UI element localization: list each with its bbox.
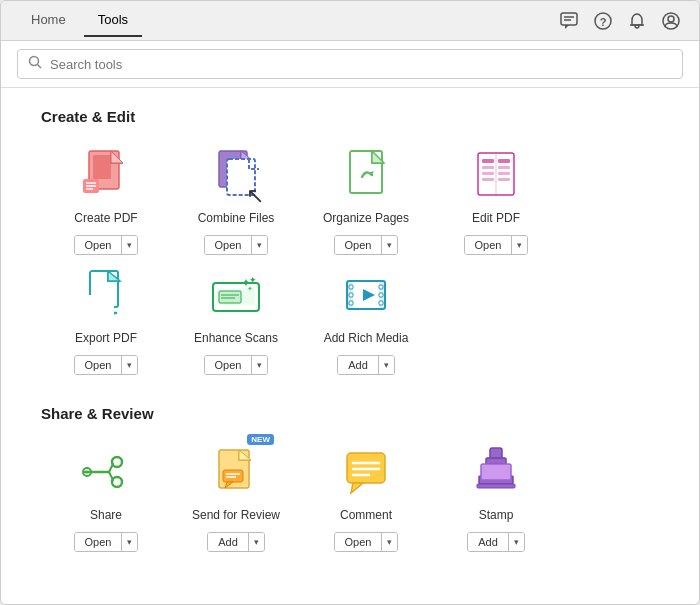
- send-for-review-label: Send for Review: [192, 508, 280, 522]
- main-content: Create & Edit: [1, 88, 699, 604]
- share-button-group: Open ▾: [74, 532, 139, 552]
- tool-stamp: Stamp Add ▾: [431, 442, 561, 552]
- app-window: Home Tools ?: [0, 0, 700, 605]
- organize-pages-dropdown-btn[interactable]: ▾: [381, 236, 397, 254]
- search-input[interactable]: [50, 57, 672, 72]
- svg-text:✦: ✦: [247, 285, 253, 292]
- svg-text:✦: ✦: [249, 275, 257, 285]
- chat-icon[interactable]: [557, 9, 581, 33]
- share-icon: [76, 442, 136, 502]
- svg-rect-49: [349, 293, 353, 297]
- edit-pdf-dropdown-btn[interactable]: ▾: [511, 236, 527, 254]
- edit-pdf-open-btn[interactable]: Open: [465, 236, 512, 254]
- comment-dropdown-btn[interactable]: ▾: [381, 533, 397, 551]
- export-pdf-button-group: Open ▾: [74, 355, 139, 375]
- create-pdf-dropdown-btn[interactable]: ▾: [121, 236, 137, 254]
- tool-comment: Comment Open ▾: [301, 442, 431, 552]
- comment-icon: [336, 442, 396, 502]
- enhance-scans-icon: ✦ ✦ ✦: [206, 265, 266, 325]
- nav-tabs: Home Tools: [17, 4, 142, 37]
- tab-tools[interactable]: Tools: [84, 4, 142, 37]
- profile-icon[interactable]: [659, 9, 683, 33]
- create-pdf-label: Create PDF: [74, 211, 137, 225]
- send-for-review-dropdown-btn[interactable]: ▾: [248, 533, 264, 551]
- svg-rect-26: [482, 166, 494, 169]
- svg-line-58: [109, 464, 113, 472]
- svg-text:?: ?: [600, 15, 607, 27]
- add-rich-media-add-btn[interactable]: Add: [338, 356, 378, 374]
- organize-pages-open-btn[interactable]: Open: [335, 236, 382, 254]
- svg-rect-31: [498, 172, 510, 175]
- svg-rect-42: [219, 291, 241, 303]
- export-pdf-icon: [76, 265, 136, 325]
- tool-grid-share-review: Share Open ▾: [41, 442, 659, 552]
- export-pdf-label: Export PDF: [75, 331, 137, 345]
- svg-point-8: [668, 16, 674, 22]
- section-share-review: Share & Review: [41, 405, 659, 552]
- svg-rect-79: [481, 464, 511, 480]
- tool-send-for-review: NEW Send for Review Add ▾: [171, 442, 301, 552]
- edit-pdf-label: Edit PDF: [472, 211, 520, 225]
- share-open-btn[interactable]: Open: [75, 533, 122, 551]
- svg-rect-67: [223, 470, 243, 482]
- combine-files-label: Combine Files: [198, 211, 275, 225]
- nav-icons: ?: [557, 9, 683, 33]
- combine-files-dropdown-btn[interactable]: ▾: [251, 236, 267, 254]
- svg-rect-77: [486, 458, 506, 464]
- tool-enhance-scans: ✦ ✦ ✦ Enhance Scans Open ▾: [171, 265, 301, 375]
- tool-add-rich-media: Add Rich Media Add ▾: [301, 265, 431, 375]
- organize-pages-icon: [336, 145, 396, 205]
- organize-pages-label: Organize Pages: [323, 211, 409, 225]
- add-rich-media-dropdown-btn[interactable]: ▾: [378, 356, 394, 374]
- svg-rect-25: [482, 159, 494, 163]
- export-pdf-open-btn[interactable]: Open: [75, 356, 122, 374]
- combine-files-button-group: Open ▾: [204, 235, 269, 255]
- svg-rect-0: [561, 13, 577, 25]
- svg-rect-32: [498, 178, 510, 181]
- tool-share: Share Open ▾: [41, 442, 171, 552]
- send-for-review-icon: NEW: [206, 442, 266, 502]
- share-dropdown-btn[interactable]: ▾: [121, 533, 137, 551]
- svg-rect-28: [482, 178, 494, 181]
- section-title-create-edit: Create & Edit: [41, 108, 659, 125]
- svg-point-9: [30, 57, 39, 66]
- combine-files-icon: ↖: [206, 145, 266, 205]
- svg-line-10: [38, 65, 42, 69]
- add-rich-media-label: Add Rich Media: [324, 331, 409, 345]
- create-pdf-open-btn[interactable]: Open: [75, 236, 122, 254]
- notification-icon[interactable]: [625, 9, 649, 33]
- enhance-scans-dropdown-btn[interactable]: ▾: [251, 356, 267, 374]
- combine-files-open-btn[interactable]: Open: [205, 236, 252, 254]
- add-rich-media-button-group: Add ▾: [337, 355, 395, 375]
- svg-point-61: [86, 471, 89, 474]
- export-pdf-dropdown-btn[interactable]: ▾: [121, 356, 137, 374]
- tool-organize-pages: Organize Pages Open ▾: [301, 145, 431, 255]
- tool-combine-files: ↖ Combine Files Open ▾: [171, 145, 301, 255]
- svg-rect-12: [93, 155, 111, 179]
- comment-label: Comment: [340, 508, 392, 522]
- stamp-dropdown-btn[interactable]: ▾: [508, 533, 524, 551]
- svg-rect-51: [379, 285, 383, 289]
- stamp-button-group: Add ▾: [467, 532, 525, 552]
- svg-rect-29: [498, 159, 510, 163]
- edit-pdf-icon: [466, 145, 526, 205]
- tool-grid-create-edit: Create PDF Open ▾: [41, 145, 659, 375]
- enhance-scans-open-btn[interactable]: Open: [205, 356, 252, 374]
- create-pdf-button-group: Open ▾: [74, 235, 139, 255]
- send-for-review-add-btn[interactable]: Add: [208, 533, 248, 551]
- tool-edit-pdf: Edit PDF Open ▾: [431, 145, 561, 255]
- create-pdf-icon: [76, 145, 136, 205]
- section-create-edit: Create & Edit: [41, 108, 659, 375]
- comment-open-btn[interactable]: Open: [335, 533, 382, 551]
- svg-line-59: [109, 472, 113, 480]
- stamp-add-btn[interactable]: Add: [468, 533, 508, 551]
- svg-rect-48: [349, 285, 353, 289]
- help-icon[interactable]: ?: [591, 9, 615, 33]
- svg-rect-52: [379, 293, 383, 297]
- search-icon: [28, 55, 42, 73]
- svg-rect-30: [498, 166, 510, 169]
- enhance-scans-button-group: Open ▾: [204, 355, 269, 375]
- svg-point-56: [112, 457, 122, 467]
- tab-home[interactable]: Home: [17, 4, 80, 37]
- search-container[interactable]: [17, 49, 683, 79]
